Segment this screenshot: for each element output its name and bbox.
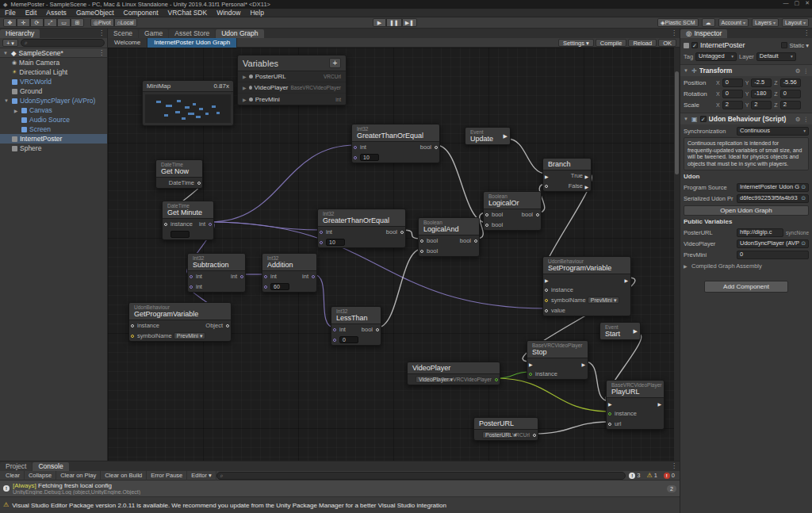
input-port[interactable] [608,412,611,415]
console-clear-on-play-button[interactable]: Clear on Play [56,471,101,480]
node-gte-2[interactable]: Int32GreaterThanOrEqualintbool10 [317,209,406,248]
node-less-than[interactable]: Int32LessThanintbool0 [331,306,381,346]
foldout-icon[interactable]: ▼ [684,117,689,121]
input-port[interactable] [131,335,134,338]
output-port[interactable] [533,434,536,437]
rotation-y-field[interactable]: -180 [751,90,772,98]
node-play-url[interactable]: BaseVRCVideoPlayerPlayURL▶▶instanceurl [606,380,665,430]
input-port[interactable] [420,250,423,253]
account-dropdown[interactable]: Account▾ [718,18,749,27]
scene-foldout-icon[interactable]: ▼ [2,51,9,56]
tab-hierarchy[interactable]: Hierarchy [0,29,40,38]
input-port[interactable] [264,285,267,289]
console-clear-on-build-button[interactable]: Clear on Build [101,471,147,480]
maximize-button[interactable]: ▢ [795,0,800,6]
preset-icon[interactable]: ⚙ [795,116,801,123]
console-log-entry[interactable]: ⚠Visual Studio Editor Package version 2.… [0,497,680,513]
tab-console[interactable]: Console [33,462,68,471]
node-video-player-get[interactable]: VideoPlayerVideoPlayer ▾BaseVRCVideoPlay… [407,362,500,385]
component-enabled-checkbox[interactable]: ✓ [700,116,707,122]
compiled-graph-foldout[interactable]: ▶ Compiled Graph Assembly [684,260,809,271]
scene-header[interactable]: ▼ ◆ SampleScene* ⋮ [0,48,107,58]
input-port[interactable] [333,339,336,342]
tab-project[interactable]: Project [0,462,32,471]
tab-udon-graph[interactable]: Udon Graph [216,29,263,38]
menu-file[interactable]: File [0,9,21,17]
node-get-now[interactable]: DateTimeGet NowDateTime [155,159,203,189]
variable-row-prevmini[interactable]: ▶PrevMiniint [238,94,346,105]
node-logical-or[interactable]: BooleanLogicalOrboolboolbool [483,191,542,231]
flow-in-port[interactable]: ▶ [608,400,612,406]
inspector-menu-icon[interactable]: ⋮ [803,29,810,36]
menu-vrchat-sdk[interactable]: VRChat SDK [163,9,213,17]
input-port[interactable] [545,299,548,302]
input-port[interactable] [164,223,167,226]
hierarchy-item-audio-source[interactable]: Audio Source [0,115,107,124]
open-udon-graph-button[interactable]: Open Udon Graph [684,205,809,216]
graph-settings-dropdown[interactable]: Settings ▾ [558,39,594,47]
node-dropdown[interactable]: PrevMini ▾ [174,332,206,339]
flow-out-port[interactable]: ▶ [581,361,585,366]
node-value-input[interactable]: 0 [339,336,358,343]
graph-vertical-scrollbar[interactable] [674,48,680,461]
synchronization-dropdown[interactable]: Continuous▾ [737,127,809,136]
warning-count-toggle[interactable]: ⚠1 [643,472,660,479]
input-port[interactable] [485,213,488,216]
gameobject-name-field[interactable]: InternetPoster [700,41,779,49]
tab-inspector[interactable]: ◎ Inspector [680,29,727,38]
hierarchy-item-screen[interactable]: Screen [0,124,107,134]
input-port[interactable] [545,289,548,292]
rotate-tool-icon[interactable]: ⟳ [30,18,44,27]
graph-reload-button[interactable]: Reload [628,39,657,47]
cloud-icon[interactable]: ☁ [702,18,715,27]
output-port[interactable] [312,275,315,278]
hierarchy-item-canvas[interactable]: ▶Canvas [0,105,107,115]
variable-row-posterurl[interactable]: ▶PosterURLVRCUrl [238,71,346,82]
component-menu-icon[interactable]: ⋮ [803,116,810,123]
variable-foldout-icon[interactable]: ▶ [243,74,247,79]
graph-ok-button[interactable]: OK [658,39,676,47]
output-port[interactable] [435,146,438,149]
layers-dropdown[interactable]: Layers▾ [752,18,779,27]
node-dropdown[interactable]: VideoPlayer ▾ [416,376,440,383]
console-clear-button[interactable]: Clear [2,471,25,480]
console-error-pause-button[interactable]: Error Pause [147,471,187,480]
node-dropdown[interactable]: PosterURL ▾ [482,431,511,438]
node-branch[interactable]: Branch▶True▶False▶ [542,158,592,192]
position-x-field[interactable]: 0 [722,78,743,87]
output-port[interactable] [376,328,379,331]
graph-minimap[interactable]: MiniMap 0.87x [142,80,234,126]
layer-dropdown[interactable]: Default▾ [756,52,796,61]
flow-out-port[interactable]: ▶ [584,173,588,178]
node-stop[interactable]: BaseVRCVideoPlayerStop▶▶instance [527,340,588,380]
transform-tool-icon[interactable]: ⊞ [71,18,84,27]
transform-component-header[interactable]: ▼ ✛ Transform ⚙⋮ [680,64,812,76]
plastic-scm-button[interactable]: ◈ Plastic SCM [657,18,699,27]
foldout-icon[interactable]: ▼ [3,98,10,103]
graph-tab-internetposter-udon-graph[interactable]: InternetPoster Udon Graph [147,38,237,48]
udon-behaviour-header[interactable]: ▼ ▣ ✓ Udon Behaviour (Script) ⚙⋮ [680,113,812,124]
output-port[interactable] [400,231,404,234]
scale-z-field[interactable]: 2 [780,101,801,109]
play-button[interactable]: ▶ [373,18,386,27]
udon-graph-canvas[interactable]: MiniMap 0.87x Variables + ▶PosterURLVRCU… [108,48,674,461]
console-log-entry[interactable]: ![Always] Fetching fresh local configUni… [0,480,680,497]
tab-scene[interactable]: Scene [108,29,138,38]
node-start[interactable]: EventStart▶ [599,322,641,340]
input-port[interactable] [608,423,611,426]
input-port[interactable] [354,156,357,159]
menu-assets[interactable]: Assets [41,9,71,17]
move-tool-icon[interactable]: ✛ [17,18,30,27]
node-update[interactable]: EventUpdate▶ [465,127,511,145]
position-z-field[interactable]: -5.56 [780,78,801,87]
rotation-x-field[interactable]: 0 [722,90,743,98]
flow-in-port[interactable]: ▶ [529,361,533,366]
input-port[interactable] [190,275,193,278]
flow-out-port[interactable]: ▶ [657,400,661,406]
hierarchy-create-button[interactable]: + ▾ [2,39,18,47]
node-value-input[interactable] [170,231,190,238]
console-collapse-button[interactable]: Collapse [25,471,56,480]
center-panel-menu-icon[interactable]: ⋮ [671,29,677,36]
input-port[interactable] [545,309,548,312]
node-get-program-variable[interactable]: UdonBehaviourGetProgramVariableinstanceO… [128,302,232,342]
